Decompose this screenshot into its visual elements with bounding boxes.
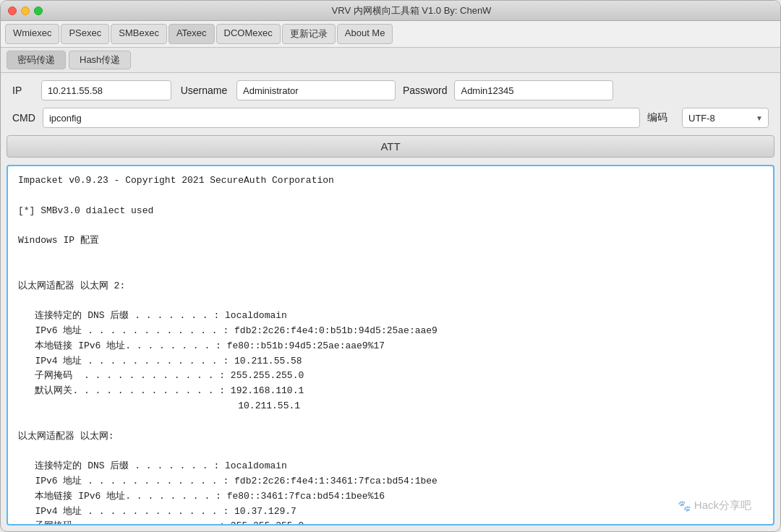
window-title: VRV 内网横向工具箱 V1.0 By: ChenW [50, 4, 773, 17]
username-input[interactable] [236, 80, 396, 100]
cmd-input[interactable] [43, 108, 640, 128]
output-line: 连接特定的 DNS 后缀 . . . . . . . : localdomain [18, 309, 763, 324]
output-scroll[interactable]: Impacket v0.9.23 - Copyright 2021 Secure… [8, 166, 773, 524]
output-line: [*] SMBv3.0 dialect used [18, 204, 763, 219]
output-line: 本地链接 IPv6 地址. . . . . . . . : fe80::b51b… [18, 339, 763, 354]
output-line: 连接特定的 DNS 后缀 . . . . . . . : localdomain [18, 459, 763, 474]
menu-smbexec[interactable]: SMBexec [111, 24, 167, 44]
main-window: VRV 内网横向工具箱 V1.0 By: ChenW Wmiexec PSexe… [0, 0, 781, 532]
output-line: IPv6 地址 . . . . . . . . . . . . : fdb2:2… [18, 474, 763, 489]
password-input[interactable] [454, 80, 613, 100]
maximize-button[interactable] [34, 7, 43, 15]
output-line [18, 218, 763, 233]
minimize-button[interactable] [21, 7, 30, 15]
output-line [18, 414, 763, 429]
output-line: IPv4 地址 . . . . . . . . . . . . : 10.211… [18, 354, 763, 369]
output-line: 本地链接 IPv6 地址. . . . . . . . : fe80::3461… [18, 489, 763, 505]
output-line: 默认网关. . . . . . . . . . . . . : 192.168.… [18, 384, 763, 399]
menu-atexec[interactable]: ATexec [168, 24, 215, 44]
menu-psexec[interactable]: PSexec [61, 24, 109, 44]
ip-input[interactable] [41, 80, 171, 100]
output-line [18, 249, 763, 264]
output-line [18, 293, 763, 309]
encoding-group: 编码 UTF-8 GBK GB2312 [647, 108, 769, 128]
att-button[interactable]: ATT [7, 135, 774, 158]
output-line: 子网掩码 . . . . . . . . . . . . : 255.255.2… [18, 519, 763, 524]
form-area: IP Username Password CMD 编码 UTF-8 GBK GB… [1, 73, 780, 135]
output-line: 10.211.55.1 [18, 399, 763, 414]
ip-label: IP [12, 85, 34, 96]
output-line: 以太网适配器 以太网: [18, 429, 763, 445]
encoding-select-wrapper: UTF-8 GBK GB2312 [682, 108, 769, 128]
output-line: Impacket v0.9.23 - Copyright 2021 Secure… [18, 173, 763, 189]
output-line [18, 189, 763, 204]
menu-dcomexec[interactable]: DCOMexec [216, 24, 281, 44]
encoding-select[interactable]: UTF-8 GBK GB2312 [682, 108, 769, 128]
form-row-2: CMD 编码 UTF-8 GBK GB2312 [12, 108, 769, 128]
output-line: Windows IP 配置 [18, 233, 763, 249]
titlebar: VRV 内网横向工具箱 V1.0 By: ChenW [1, 1, 780, 21]
close-button[interactable] [8, 7, 17, 15]
output-line: 以太网适配器 以太网 2: [18, 279, 763, 294]
subtab-hash[interactable]: Hash传递 [69, 51, 131, 69]
output-line [18, 444, 763, 459]
encoding-label: 编码 [647, 111, 676, 124]
password-label: Password [403, 85, 447, 96]
att-button-wrapper: ATT [1, 135, 780, 165]
subtab-bar: 密码传递 Hash传递 [1, 48, 780, 73]
output-line [18, 264, 763, 279]
menu-about[interactable]: About Me [337, 24, 393, 44]
output-line: IPv6 地址 . . . . . . . . . . . . : fdb2:2… [18, 324, 763, 339]
form-row-1: IP Username Password [12, 80, 769, 100]
output-area: Impacket v0.9.23 - Copyright 2021 Secure… [7, 165, 774, 525]
menubar: Wmiexec PSexec SMBexec ATexec DCOMexec 更… [1, 21, 780, 48]
menu-update[interactable]: 更新记录 [282, 24, 336, 44]
username-label: Username [179, 85, 229, 96]
output-line: IPv4 地址 . . . . . . . . . . . . : 10.37.… [18, 505, 763, 520]
traffic-lights [8, 7, 43, 15]
menu-wmiexec[interactable]: Wmiexec [5, 24, 59, 44]
subtab-password[interactable]: 密码传递 [7, 51, 66, 69]
cmd-label: CMD [12, 112, 35, 124]
output-line: 子网掩码 . . . . . . . . . . . . : 255.255.2… [18, 369, 763, 384]
